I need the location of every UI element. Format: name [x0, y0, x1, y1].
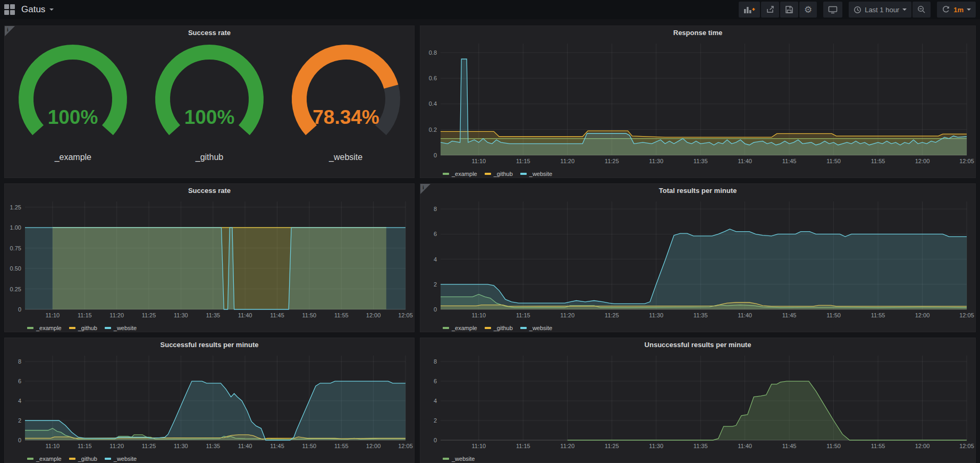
svg-text:12:00: 12:00: [366, 443, 381, 449]
panel-title[interactable]: Success rate: [5, 26, 414, 39]
svg-text:11:50: 11:50: [826, 158, 841, 164]
legend-item[interactable]: _github: [69, 456, 97, 462]
svg-text:11:20: 11:20: [560, 158, 575, 164]
save-button[interactable]: [780, 2, 798, 18]
svg-text:11:30: 11:30: [174, 312, 188, 318]
svg-text:11:10: 11:10: [471, 158, 486, 164]
svg-text:0: 0: [434, 152, 437, 158]
svg-text:78.34%: 78.34%: [312, 106, 379, 128]
svg-text:11:55: 11:55: [871, 158, 885, 164]
legend-item[interactable]: _website: [520, 171, 552, 177]
svg-text:11:20: 11:20: [109, 443, 124, 449]
svg-text:11:55: 11:55: [334, 443, 349, 449]
add-panel-icon: [744, 5, 755, 14]
svg-text:11:15: 11:15: [78, 443, 92, 449]
add-panel-button[interactable]: [739, 2, 760, 18]
save-icon: [785, 5, 793, 14]
zoom-out-button[interactable]: [913, 2, 931, 18]
legend-marker: [520, 173, 527, 175]
legend-marker: [27, 327, 33, 329]
legend-item[interactable]: _website: [105, 325, 137, 331]
svg-text:11:20: 11:20: [560, 443, 575, 449]
dashboards-menu-icon[interactable]: [4, 4, 15, 15]
legend-item[interactable]: _website: [105, 456, 137, 462]
svg-text:11:15: 11:15: [516, 443, 530, 449]
svg-text:8: 8: [434, 358, 437, 365]
panel-title[interactable]: Success rate: [5, 184, 414, 197]
chevron-down-icon: [49, 9, 54, 11]
legend-item[interactable]: _github: [485, 171, 513, 177]
response-time-chart[interactable]: 00.20.40.60.811:1011:1511:2011:2511:3011…: [420, 39, 975, 168]
panel-title[interactable]: Successful results per minute: [5, 338, 414, 351]
svg-text:12:05: 12:05: [959, 443, 974, 449]
total-results-chart[interactable]: 0246811:1011:1511:2011:2511:3011:3511:40…: [420, 197, 975, 322]
gauge: 78.34%_website: [278, 43, 413, 162]
legend-item[interactable]: _website: [520, 325, 552, 331]
success-rate-chart[interactable]: 00.250.500.751.001.2511:1011:1511:2011:2…: [5, 197, 414, 322]
legend-item[interactable]: _website: [443, 456, 475, 462]
svg-text:2: 2: [434, 281, 437, 288]
refresh-button[interactable]: 1m: [937, 2, 976, 18]
gear-icon: ⚙: [804, 5, 812, 14]
legend-marker: [443, 458, 449, 460]
refresh-icon: [942, 5, 950, 14]
svg-text:0.25: 0.25: [10, 286, 21, 292]
svg-text:11:25: 11:25: [142, 443, 156, 449]
refresh-interval-label: 1m: [953, 6, 964, 14]
svg-text:11:45: 11:45: [782, 443, 797, 449]
share-button[interactable]: [761, 2, 779, 18]
dashboard-title-dropdown[interactable]: Gatus: [21, 4, 54, 15]
legend-item[interactable]: _example: [27, 325, 62, 331]
svg-text:11:15: 11:15: [516, 312, 530, 318]
legend-item[interactable]: _github: [485, 325, 513, 331]
gauge-arc: 100%: [143, 43, 276, 150]
svg-text:0: 0: [434, 306, 437, 313]
zoom-out-icon: [917, 5, 926, 14]
chart-legend: _example_github_website: [5, 453, 414, 463]
legend-marker: [69, 327, 75, 329]
svg-text:11:35: 11:35: [694, 312, 708, 318]
legend-marker: [443, 327, 449, 329]
svg-text:6: 6: [434, 231, 437, 237]
svg-text:11:15: 11:15: [516, 158, 530, 164]
cycle-view-mode-button[interactable]: [823, 2, 842, 18]
svg-text:2: 2: [18, 417, 21, 424]
svg-text:2: 2: [434, 417, 437, 424]
legend-item[interactable]: _example: [443, 325, 477, 331]
panel-info-corner-icon[interactable]: [5, 26, 15, 36]
svg-text:11:10: 11:10: [471, 312, 486, 318]
svg-text:11:25: 11:25: [142, 312, 156, 318]
settings-button[interactable]: ⚙: [799, 2, 817, 18]
svg-text:11:50: 11:50: [302, 312, 317, 318]
svg-text:12:00: 12:00: [915, 312, 930, 318]
panel-success-rate-gauges: i Success rate 100%_example100%_github78…: [4, 26, 415, 178]
svg-text:11:10: 11:10: [471, 443, 486, 449]
svg-text:12:05: 12:05: [398, 443, 413, 449]
panel-info-corner-icon[interactable]: [420, 184, 430, 194]
panel-title[interactable]: Total results per minute: [420, 184, 975, 197]
successful-results-chart[interactable]: 0246811:1011:1511:2011:2511:3011:3511:40…: [5, 351, 414, 453]
svg-text:11:45: 11:45: [270, 443, 284, 449]
svg-text:11:30: 11:30: [649, 158, 663, 164]
unsuccessful-results-chart[interactable]: 0246811:1011:1511:2011:2511:3011:3511:40…: [420, 351, 975, 453]
panel-title[interactable]: Unsuccessful results per minute: [420, 338, 975, 351]
svg-text:0.6: 0.6: [429, 75, 437, 81]
svg-text:8: 8: [18, 358, 21, 365]
svg-text:1.25: 1.25: [10, 204, 21, 211]
panel-title[interactable]: Response time: [420, 26, 975, 39]
panel-total-results: i Total results per minute 0246811:1011:…: [420, 183, 976, 332]
svg-text:11:55: 11:55: [871, 312, 885, 318]
gauge-label: _website: [329, 153, 362, 162]
legend-item[interactable]: _github: [69, 325, 97, 331]
legend-item[interactable]: _example: [27, 456, 62, 462]
time-range-picker[interactable]: Last 1 hour: [849, 2, 911, 18]
svg-text:100%: 100%: [48, 106, 98, 128]
panel-unsuccessful-results: Unsuccessful results per minute 0246811:…: [420, 338, 976, 463]
svg-text:11:40: 11:40: [238, 443, 252, 449]
panel-success-rate-timeseries: Success rate 00.250.500.751.001.2511:101…: [4, 183, 415, 332]
chart-legend: _example_github_website: [5, 322, 414, 332]
legend-item[interactable]: _example: [443, 171, 477, 177]
svg-text:11:35: 11:35: [206, 312, 220, 318]
clock-icon: [854, 6, 861, 14]
svg-text:11:20: 11:20: [560, 312, 575, 318]
